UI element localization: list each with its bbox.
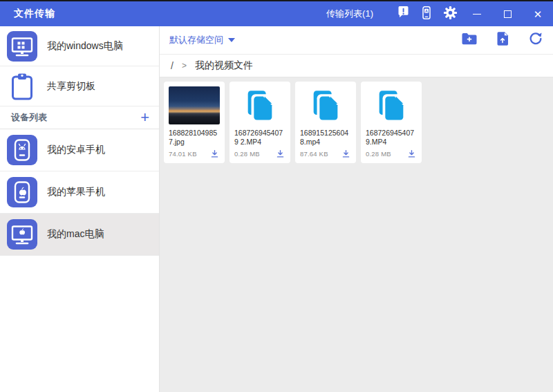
device-item-label: 我的安卓手机 bbox=[47, 144, 105, 156]
phone-letter-a-icon: A bbox=[420, 6, 433, 23]
maximize-icon bbox=[504, 10, 512, 18]
sidebar-item-my-computer[interactable]: 我的windows电脑 bbox=[0, 26, 159, 66]
main-panel: 默认存储空间 bbox=[159, 26, 553, 392]
device-item-apple-phone[interactable]: 我的苹果手机 bbox=[0, 171, 159, 214]
file-card[interactable]: 1689151256048.mp4 87.64 KB bbox=[295, 82, 356, 163]
file-name: 1688281049857.jpg bbox=[169, 129, 220, 147]
storage-space-dropdown[interactable]: 默认存储空间 bbox=[169, 34, 235, 46]
storage-space-label: 默认存储空间 bbox=[169, 34, 223, 46]
video-file-icon bbox=[234, 86, 285, 124]
settings-button[interactable] bbox=[438, 1, 462, 26]
video-file-icon bbox=[366, 86, 417, 124]
sidebar-item-label: 我的windows电脑 bbox=[47, 40, 123, 53]
file-upload-icon bbox=[496, 31, 509, 49]
minimize-icon bbox=[473, 14, 481, 15]
new-folder-button[interactable] bbox=[460, 31, 478, 49]
feedback-button[interactable] bbox=[391, 1, 415, 26]
refresh-icon bbox=[528, 31, 543, 49]
mac-computer-icon bbox=[7, 219, 37, 250]
folder-plus-icon bbox=[461, 32, 478, 48]
download-button[interactable] bbox=[209, 148, 220, 159]
file-card[interactable]: 1687269454079.MP4 0.28 MB bbox=[361, 82, 422, 163]
file-card[interactable]: 1688281049857.jpg 74.01 KB bbox=[164, 82, 225, 163]
connect-device-button[interactable]: A bbox=[415, 1, 438, 26]
sidebar-item-shared-clipboard[interactable]: 共享剪切板 bbox=[0, 66, 159, 106]
download-icon bbox=[407, 149, 416, 158]
device-list-title: 设备列表 bbox=[11, 111, 47, 124]
app-title: 文件传输 bbox=[14, 8, 55, 20]
video-file-icon bbox=[300, 86, 351, 124]
file-grid: 1688281049857.jpg 74.01 KB bbox=[160, 77, 553, 392]
image-thumbnail bbox=[169, 86, 220, 124]
file-toolbar: 默认存储空间 bbox=[160, 26, 553, 55]
download-button[interactable] bbox=[406, 148, 417, 159]
file-size: 0.28 MB bbox=[366, 150, 391, 158]
file-name: 1687269454079.MP4 bbox=[366, 129, 417, 147]
file-size: 87.64 KB bbox=[300, 150, 328, 158]
device-list-header: 设备列表 + bbox=[0, 106, 159, 129]
gear-icon bbox=[443, 6, 458, 23]
breadcrumb: / > 我的视频文件 bbox=[160, 55, 553, 77]
file-card[interactable]: 1687269454079 2.MP4 0.28 MB bbox=[229, 82, 290, 163]
app-window: 文件传输 传输列表(1) A bbox=[0, 0, 553, 392]
chevron-down-icon bbox=[228, 38, 235, 42]
maximize-button[interactable] bbox=[492, 1, 523, 26]
device-item-mac-computer[interactable]: 我的mac电脑 bbox=[0, 214, 159, 256]
breadcrumb-separator: > bbox=[182, 61, 187, 71]
upload-file-button[interactable] bbox=[494, 31, 512, 49]
file-size: 74.01 KB bbox=[169, 150, 197, 158]
transfer-list-button[interactable]: 传输列表(1) bbox=[326, 8, 373, 20]
svg-text:A: A bbox=[425, 8, 428, 12]
download-button[interactable] bbox=[274, 148, 285, 159]
add-device-button[interactable]: + bbox=[140, 110, 149, 125]
device-item-label: 我的mac电脑 bbox=[47, 228, 104, 241]
sidebar-item-label: 共享剪切板 bbox=[47, 80, 95, 93]
titlebar[interactable]: 文件传输 传输列表(1) A bbox=[0, 1, 553, 26]
minimize-button[interactable] bbox=[462, 1, 492, 26]
breadcrumb-root[interactable]: / bbox=[171, 60, 174, 71]
file-size: 0.28 MB bbox=[234, 150, 260, 158]
file-name: 1687269454079 2.MP4 bbox=[234, 129, 285, 147]
sidebar: 我的windows电脑 共享剪切板 设备列表 + bbox=[0, 26, 159, 392]
device-item-android-phone[interactable]: 我的安卓手机 bbox=[0, 129, 159, 171]
download-icon bbox=[210, 149, 219, 158]
android-phone-icon bbox=[7, 135, 37, 165]
clipboard-icon bbox=[7, 71, 37, 102]
download-icon bbox=[276, 149, 285, 158]
windows-computer-icon bbox=[7, 31, 37, 62]
file-name: 1689151256048.mp4 bbox=[300, 129, 351, 147]
speech-bubble-exclamation-icon bbox=[396, 6, 411, 23]
close-button[interactable]: ✕ bbox=[523, 1, 553, 26]
breadcrumb-current-folder: 我的视频文件 bbox=[195, 59, 253, 72]
refresh-button[interactable] bbox=[527, 31, 545, 49]
download-icon bbox=[341, 149, 350, 158]
device-item-label: 我的苹果手机 bbox=[47, 186, 105, 198]
download-button[interactable] bbox=[340, 148, 351, 159]
close-icon: ✕ bbox=[534, 9, 543, 19]
apple-phone-icon bbox=[7, 177, 37, 207]
